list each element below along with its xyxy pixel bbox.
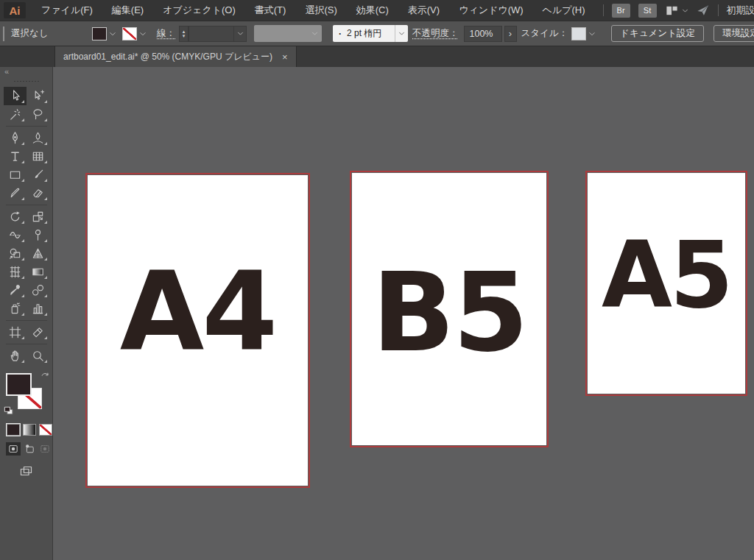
scale-tool[interactable] xyxy=(27,208,49,226)
brush-dropdown[interactable] xyxy=(395,25,408,42)
hand-tool[interactable] xyxy=(4,347,27,365)
menu-view[interactable]: 表示(V) xyxy=(398,4,449,17)
stroke-chevron-icon[interactable] xyxy=(138,29,148,39)
screen-mode-button[interactable] xyxy=(18,464,35,479)
default-colors-icon[interactable] xyxy=(3,405,15,417)
document-tab[interactable]: artboard01_edit.ai* @ 50% (CMYK/GPU プレビュ… xyxy=(54,46,297,67)
stroke-weight-dropdown[interactable] xyxy=(234,26,247,42)
document-setup-button[interactable]: ドキュメント設定 xyxy=(611,25,704,42)
workspace-layout-icon[interactable] xyxy=(665,4,679,18)
app-logo-icon[interactable]: Ai xyxy=(4,2,26,18)
stroke-color-swatch[interactable] xyxy=(122,27,137,40)
menu-divider xyxy=(603,4,604,16)
menu-effect[interactable]: 効果(C) xyxy=(347,4,398,17)
workspace-switcher[interactable]: 初期設定 (クラシック) xyxy=(727,4,754,17)
type-icon xyxy=(8,149,22,163)
brush-value: 2 pt 楕円 xyxy=(347,27,381,40)
close-tab-icon[interactable]: × xyxy=(282,52,288,62)
artboard-b5[interactable]: B5 xyxy=(350,171,549,447)
menu-help[interactable]: ヘルプ(H) xyxy=(533,4,595,17)
fill-well[interactable] xyxy=(6,373,32,396)
pen-icon xyxy=(8,131,22,145)
swap-colors-icon[interactable] xyxy=(40,370,52,382)
puppet-warp-tool[interactable] xyxy=(27,226,49,244)
rotate-tool[interactable] xyxy=(4,208,27,226)
shaper-tool[interactable] xyxy=(4,184,27,202)
eraser-icon xyxy=(31,186,45,200)
mesh-tool[interactable] xyxy=(4,263,27,281)
brush-definition-select[interactable]: · 2 pt 楕円 xyxy=(333,25,395,42)
selection-tool[interactable] xyxy=(4,87,27,105)
stepper-down-icon[interactable]: ▾ xyxy=(183,34,186,38)
chevron-down-icon xyxy=(236,29,245,38)
style-label: スタイル： xyxy=(521,27,568,40)
artboard-b5-label: B5 xyxy=(372,258,526,367)
draw-normal-icon xyxy=(7,443,19,455)
gradient-icon xyxy=(31,265,45,279)
opacity-input[interactable]: 100% xyxy=(464,26,502,42)
lasso-tool[interactable] xyxy=(27,105,49,124)
chevron-down-icon[interactable] xyxy=(680,6,690,15)
collapse-panel-button[interactable]: « xyxy=(4,67,9,76)
slice-tool[interactable] xyxy=(27,323,49,341)
menu-type[interactable]: 書式(T) xyxy=(245,4,296,17)
perspective-grid-tool[interactable] xyxy=(27,244,49,263)
direct-selection-tool[interactable] xyxy=(27,87,49,105)
toolbar-divider xyxy=(6,205,47,205)
symbol-sprayer-icon xyxy=(8,302,22,316)
curvature-tool[interactable] xyxy=(27,129,49,147)
share-icon[interactable] xyxy=(696,4,710,18)
preferences-button[interactable]: 環境設定 xyxy=(714,25,754,42)
menu-object[interactable]: オブジェクト(O) xyxy=(153,4,245,17)
rectangle-icon xyxy=(8,168,22,182)
draw-behind-button[interactable] xyxy=(22,442,37,456)
eraser-tool[interactable] xyxy=(27,184,49,202)
none-button[interactable] xyxy=(39,424,52,436)
selection-status: 選択なし xyxy=(11,27,92,40)
eyedropper-tool[interactable] xyxy=(4,281,27,300)
menu-edit[interactable]: 編集(E) xyxy=(102,4,153,17)
main-area: « A4 xyxy=(0,67,754,560)
stroke-weight-stepper[interactable]: ▴ ▾ xyxy=(179,26,188,42)
shaper-icon xyxy=(8,186,22,200)
column-graph-tool[interactable] xyxy=(27,300,49,318)
stroke-weight-input[interactable] xyxy=(188,26,234,42)
style-chevron-icon[interactable] xyxy=(587,29,597,39)
width-tool[interactable] xyxy=(4,226,27,244)
paintbrush-tool[interactable] xyxy=(27,166,49,184)
panel-drag-grip[interactable] xyxy=(13,79,40,83)
shape-builder-tool[interactable] xyxy=(4,244,27,263)
type-tool[interactable] xyxy=(4,147,27,166)
style-swatch[interactable] xyxy=(571,27,586,40)
rectangle-tool[interactable] xyxy=(4,166,27,184)
magic-wand-tool[interactable] xyxy=(4,105,27,124)
draw-normal-button[interactable] xyxy=(6,442,21,456)
symbol-sprayer-tool[interactable] xyxy=(4,300,27,318)
artboard-tool[interactable] xyxy=(4,323,27,341)
stroke-label[interactable]: 線： xyxy=(157,27,175,40)
fill-color-swatch[interactable] xyxy=(92,27,107,40)
canvas[interactable]: A4 B5 A5 xyxy=(53,67,754,560)
opacity-more-button[interactable]: › xyxy=(504,26,517,42)
gradient-button[interactable] xyxy=(23,424,36,436)
menu-window[interactable]: ウィンドウ(W) xyxy=(449,4,532,17)
bridge-button[interactable]: Br xyxy=(612,4,630,18)
panel-grip[interactable] xyxy=(3,26,4,41)
opacity-label[interactable]: 不透明度： xyxy=(412,27,459,40)
menu-select[interactable]: 選択(S) xyxy=(295,4,346,17)
zoom-tool[interactable] xyxy=(27,347,49,365)
menu-file[interactable]: ファイル(F) xyxy=(32,4,102,17)
artboard-a5[interactable]: A5 xyxy=(585,171,747,396)
draw-inside-button xyxy=(38,442,52,456)
pen-tool[interactable] xyxy=(4,129,27,147)
color-button[interactable] xyxy=(7,424,20,436)
artboard-a4[interactable]: A4 xyxy=(85,173,310,488)
gradient-tool[interactable] xyxy=(27,263,49,281)
stock-button[interactable]: St xyxy=(638,4,657,18)
toolbar-divider xyxy=(6,320,47,321)
puppet-warp-icon xyxy=(31,228,45,242)
rectangular-grid-tool[interactable] xyxy=(27,147,49,166)
blend-tool[interactable] xyxy=(27,281,49,300)
selection-icon xyxy=(8,89,22,103)
fill-chevron-icon[interactable] xyxy=(108,29,118,39)
